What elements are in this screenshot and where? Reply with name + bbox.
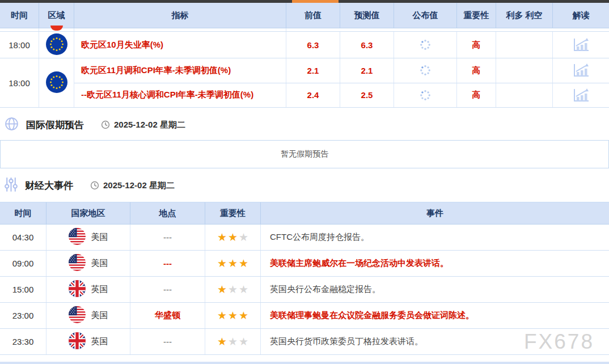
country-flag-us-icon: [69, 228, 86, 247]
calendar-row-group: 18:00欧元区11月调和CPI年率-未季调初值(%)2.12.1高--欧元区1…: [0, 58, 609, 108]
event-time-cell: 04:30: [0, 225, 46, 250]
forecast-value: 2.1: [340, 58, 394, 83]
interpretation-chart-icon[interactable]: [573, 37, 590, 52]
country-flag-uk-icon: [69, 332, 86, 351]
event-row: 23:00美国华盛顿★★★美联储理事鲍曼在众议院金融服务委员会做证词陈述。: [0, 303, 609, 329]
event-location-cell: ---: [130, 225, 205, 250]
star-icon: ★: [217, 258, 227, 269]
calendar-header-indicator: 指标: [74, 3, 286, 28]
star-icon: ★: [239, 310, 248, 321]
event-row: 09:00美国---★★★美联储主席鲍威尔在一场纪念活动中发表讲话。: [0, 251, 609, 277]
star-icon: ★: [217, 284, 227, 295]
interpretation-chart-icon[interactable]: [573, 88, 590, 103]
country-flag-us-icon: [69, 254, 86, 273]
star-icon: ★: [228, 232, 238, 243]
star-icon: ★: [217, 310, 227, 321]
calendar-header-published: 公布值: [394, 3, 457, 28]
region-flag-eu-icon: [46, 71, 67, 95]
star-icon: ★: [217, 232, 227, 243]
calendar-header-forecast: 预测值: [340, 3, 394, 28]
importance-badge: 高: [457, 32, 496, 58]
previous-value: 2.4: [286, 83, 340, 108]
indicator-link[interactable]: 欧元区10月失业率(%): [81, 40, 163, 50]
bull-bear-cell: [496, 32, 553, 58]
events-header-country: 国家地区: [46, 202, 130, 224]
calendar-region-cell: [39, 58, 74, 107]
event-text: CFTC公布周度持仓报告。: [261, 225, 609, 250]
published-value-cell: [394, 83, 457, 108]
star-icon: ★: [228, 284, 238, 295]
country-flag-us-icon: [69, 306, 86, 325]
holiday-section-title: 国际假期预告: [26, 118, 84, 132]
calendar-row: 18:00欧元区10月失业率(%)6.36.3高: [0, 32, 609, 58]
star-icon: ★: [239, 336, 248, 347]
bull-bear-cell: [496, 83, 553, 108]
loading-spinner-icon: [420, 65, 431, 76]
holiday-empty-box: 暂无假期预告: [0, 140, 609, 168]
indicator-link[interactable]: 欧元区11月调和CPI年率-未季调初值(%): [81, 65, 231, 76]
published-value-cell: [394, 58, 457, 83]
event-location-cell: 华盛顿: [130, 303, 205, 328]
published-value-cell: [394, 32, 457, 58]
events-section-header: 财经大事件 2025-12-02 星期二: [0, 177, 609, 193]
calendar-header-interpretation: 解读: [553, 3, 609, 28]
calendar-header-importance: 重要性: [457, 3, 496, 28]
calendar-header-row: 时间 区域 指标 前值 预测值 公布值 重要性 利多 利空 解读: [0, 3, 609, 28]
event-country-cell: 英国: [46, 277, 130, 302]
events-header-time: 时间: [0, 202, 46, 224]
previous-value: 6.3: [286, 32, 340, 58]
events-clock-icon: [90, 181, 99, 190]
calendar-sub-row: --欧元区11月核心调和CPI年率-未季调初值(%)2.42.5高: [74, 83, 609, 108]
event-country-cell: 英国: [46, 329, 130, 354]
bull-bear-cell: [496, 58, 553, 83]
event-row: 23:30英国---★★★英国央行货币政策委员丁格拉发表讲话。: [0, 329, 609, 355]
event-country-cell: 美国: [46, 251, 130, 276]
next-section-strip: [0, 362, 609, 364]
events-header-row: 时间 国家地区 地点 重要性 事件: [0, 202, 609, 225]
region-flag-eu-icon: [46, 33, 67, 57]
event-time-cell: 23:30: [0, 329, 46, 354]
scrollbar-thumb[interactable]: [292, 0, 339, 3]
event-time-cell: 09:00: [0, 251, 46, 276]
country-label: 美国: [91, 310, 108, 321]
events-section-date: 2025-12-02 星期二: [103, 180, 175, 191]
star-icon: ★: [239, 258, 248, 269]
indicator-cell: 欧元区11月调和CPI年率-未季调初值(%): [74, 58, 286, 83]
forecast-value: 6.3: [340, 32, 394, 58]
star-icon: ★: [228, 310, 238, 321]
calendar-region-cell: [39, 32, 74, 58]
interpretation-cell: [553, 32, 609, 58]
event-time-cell: 15:00: [0, 277, 46, 302]
sliders-icon: [5, 177, 18, 194]
loading-spinner-icon: [420, 90, 431, 101]
calendar-header-region: 区域: [39, 3, 74, 28]
holiday-clock-icon: [101, 120, 110, 129]
interpretation-chart-icon[interactable]: [573, 63, 590, 78]
fx678-watermark: FX678: [524, 330, 594, 354]
event-importance-cell: ★★★: [205, 277, 261, 302]
event-importance-cell: ★★★: [205, 303, 261, 328]
holiday-empty-text: 暂无假期预告: [281, 149, 328, 159]
loading-spinner-icon: [420, 39, 431, 50]
events-header-location: 地点: [130, 202, 205, 224]
star-icon: ★: [217, 336, 227, 347]
calendar-header-time: 时间: [0, 3, 39, 28]
holiday-section-header: 国际假期预告 2025-12-02 星期二: [0, 117, 609, 133]
interpretation-cell: [553, 58, 609, 83]
indicator-cell: 欧元区10月失业率(%): [74, 32, 286, 58]
event-importance-cell: ★★★: [205, 329, 261, 354]
calendar-sub-row: 欧元区11月调和CPI年率-未季调初值(%)2.12.1高: [74, 58, 609, 83]
event-text: 美联储主席鲍威尔在一场纪念活动中发表讲话。: [261, 251, 609, 276]
star-icon: ★: [239, 232, 248, 243]
event-country-cell: 美国: [46, 303, 130, 328]
importance-badge: 高: [457, 83, 496, 108]
fx678-calendar-page: 时间 区域 指标 前值 预测值 公布值 重要性 利多 利空 解读 18:00欧元…: [0, 0, 609, 364]
holiday-section-date: 2025-12-02 星期二: [114, 120, 185, 130]
calendar-table: 时间 区域 指标 前值 预测值 公布值 重要性 利多 利空 解读 18:00欧元…: [0, 3, 609, 108]
clipped-flag-icon: [50, 26, 63, 31]
horizontal-scrollbar[interactable]: [0, 0, 609, 3]
event-row: 04:30美国---★★★CFTC公布周度持仓报告。: [0, 225, 609, 251]
event-location-cell: ---: [130, 277, 205, 302]
globe-icon: [5, 117, 19, 133]
indicator-link[interactable]: --欧元区11月核心调和CPI年率-未季调初值(%): [81, 90, 253, 100]
